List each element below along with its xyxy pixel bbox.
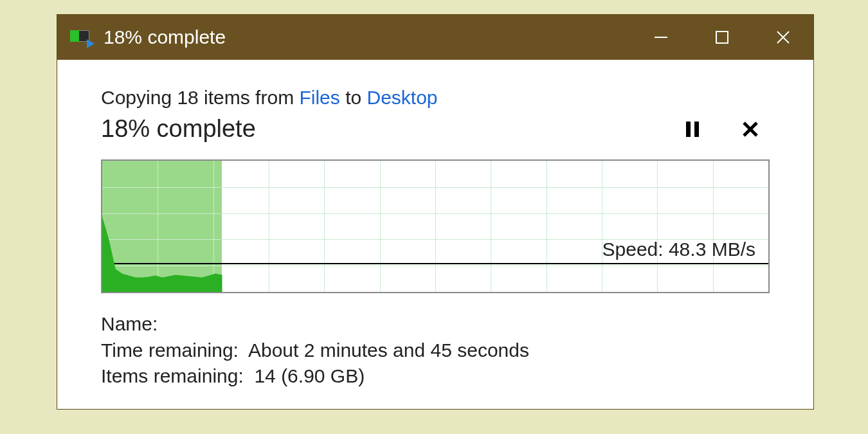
percent-complete: 18% complete [101,115,654,143]
copy-prefix: Copying 18 items from [101,87,299,108]
copy-description: Copying 18 items from Files to Desktop [101,87,770,109]
items-remaining-row: Items remaining: 14 (6.90 GB) [101,363,770,390]
time-remaining-row: Time remaining: About 2 minutes and 45 s… [101,338,770,364]
dest-link[interactable]: Desktop [367,87,438,108]
name-label: Name: [101,313,158,334]
speed-area-graph [102,161,768,292]
source-link[interactable]: Files [299,87,339,108]
name-row: Name: [101,311,770,338]
close-window-button[interactable] [752,15,813,60]
svg-rect-1 [716,32,728,43]
svg-rect-4 [686,122,691,137]
details-section: Name: Time remaining: About 2 minutes an… [101,311,770,390]
titlebar[interactable]: 18% complete [57,15,813,60]
items-value: 14 (6.90 GB) [254,365,365,386]
pause-button[interactable] [673,116,712,143]
time-value: About 2 minutes and 45 seconds [248,339,529,361]
copy-progress-icon [70,29,93,46]
svg-rect-5 [694,122,699,137]
progress-row: 18% complete [101,115,770,143]
items-label: Items remaining: [101,365,254,386]
copy-mid: to [340,87,367,108]
time-label: Time remaining: [101,339,248,361]
maximize-button[interactable] [691,15,752,60]
speed-chart: Speed: 48.3 MB/s [101,159,770,293]
pause-icon [685,120,700,138]
window-title: 18% complete [104,26,226,48]
close-icon [741,120,759,138]
file-copy-dialog: 18% complete Copying 18 items from Files… [57,14,814,410]
minimize-button[interactable] [630,15,691,60]
dialog-body: Copying 18 items from Files to Desktop 1… [57,60,813,409]
cancel-button[interactable] [731,116,770,143]
